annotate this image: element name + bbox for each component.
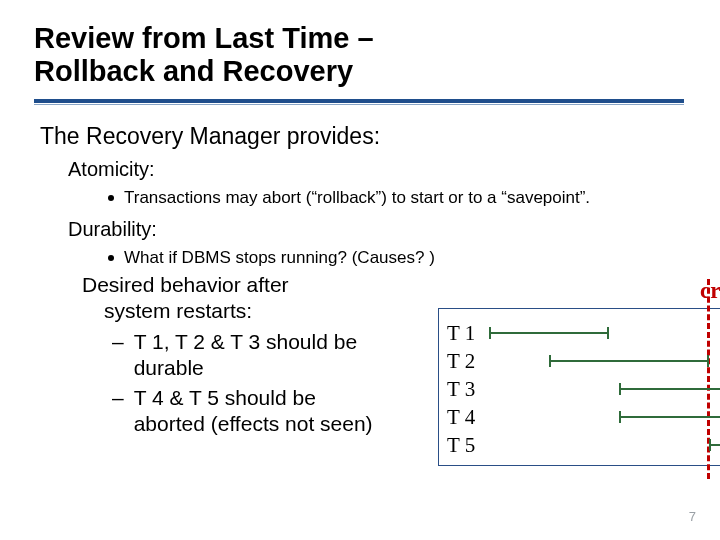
bar-cap-left <box>709 439 711 451</box>
crash-label: crash! <box>700 278 720 304</box>
durability-heading: Durability: <box>68 218 700 241</box>
desired-dash-2: – T 4 & T 5 should be aborted (effects n… <box>82 385 392 438</box>
atomicity-bullet-row: Transactions may abort (“rollback”) to s… <box>68 187 700 208</box>
bar-line <box>619 416 720 418</box>
durability-bullet-text: What if DBMS stops running? (Causes? ) <box>124 247 435 268</box>
page-number: 7 <box>689 509 696 524</box>
title-line-1: Review from Last Time – <box>34 22 720 55</box>
timeline-row-label: T 2 <box>447 349 479 374</box>
desired-line-1: Desired behavior after <box>82 272 392 298</box>
bar-cap-left <box>489 327 491 339</box>
bar-line <box>619 388 720 390</box>
timeline-chart: T 1T 2T 3T 4T 5 <box>438 308 720 466</box>
rule-thick <box>34 99 684 103</box>
atomicity-heading: Atomicity: <box>68 158 700 181</box>
desired-dash-1-text: T 1, T 2 & T 3 should be durable <box>134 329 392 382</box>
desired-dash-2-text: T 4 & T 5 should be aborted (effects not… <box>134 385 392 438</box>
slide: Review from Last Time – Rollback and Rec… <box>0 0 720 540</box>
bar-cap-right <box>707 355 709 367</box>
timeline-row: T 1 <box>447 321 479 346</box>
desired-block: Desired behavior after system restarts: … <box>82 272 392 438</box>
bar-cap-left <box>619 383 621 395</box>
atomicity-section: Atomicity: Transactions may abort (“roll… <box>40 158 700 269</box>
provides-line: The Recovery Manager provides: <box>40 123 700 150</box>
desired-line-2: system restarts: <box>82 298 392 324</box>
atomicity-bullet-text: Transactions may abort (“rollback”) to s… <box>124 187 590 208</box>
dash-icon: – <box>112 329 124 355</box>
bar-line <box>549 360 709 362</box>
timeline-bar <box>489 329 609 337</box>
timeline-row-label: T 3 <box>447 377 479 402</box>
timeline-row: T 4 <box>447 405 479 430</box>
timeline-row-label: T 1 <box>447 321 479 346</box>
timeline-bar <box>709 441 720 449</box>
dash-icon: – <box>112 385 124 411</box>
timeline-row: T 5 <box>447 433 479 458</box>
timeline-row-label: T 4 <box>447 405 479 430</box>
bar-cap-right <box>607 327 609 339</box>
bullet-dot-icon <box>108 195 114 201</box>
timeline-bar <box>549 357 709 365</box>
timeline-bar <box>619 385 720 393</box>
timeline-row-label: T 5 <box>447 433 479 458</box>
desired-dash-1: – T 1, T 2 & T 3 should be durable <box>82 329 392 382</box>
timeline-row: T 3 <box>447 377 479 402</box>
timeline-bar <box>619 413 720 421</box>
bullet-dot-icon <box>108 255 114 261</box>
slide-title-block: Review from Last Time – Rollback and Rec… <box>0 0 720 89</box>
slide-body: The Recovery Manager provides: Atomicity… <box>0 105 720 269</box>
title-line-2: Rollback and Recovery <box>34 55 720 88</box>
timeline-row: T 2 <box>447 349 479 374</box>
bar-cap-left <box>619 411 621 423</box>
bar-line <box>489 332 609 334</box>
durability-bullet-row: What if DBMS stops running? (Causes? ) <box>68 247 700 268</box>
bar-cap-left <box>549 355 551 367</box>
